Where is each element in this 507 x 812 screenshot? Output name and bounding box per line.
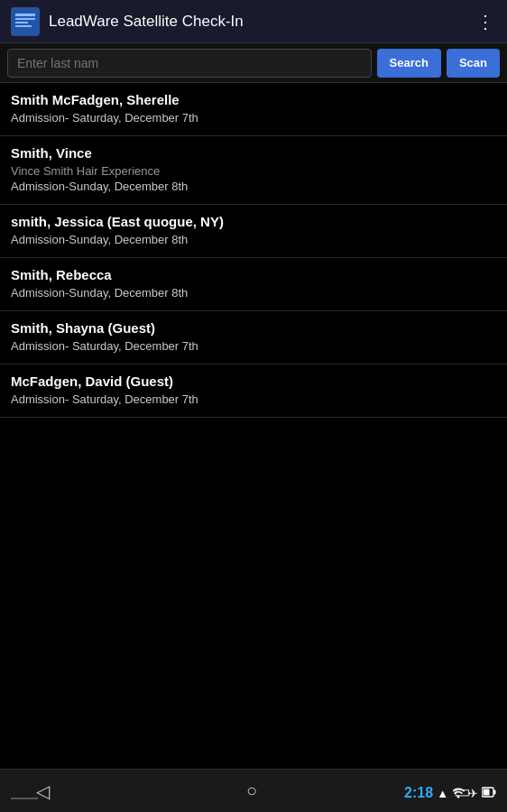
signal-icon: ▲ <box>437 787 448 800</box>
battery-dash <box>11 798 38 799</box>
bottom-nav: ◁ ○ ▭ 2:18 ▲ ✈ <box>0 769 507 812</box>
title-bar: LeadWare Satellite Check-In ⋮ <box>0 0 507 43</box>
search-button[interactable]: Search <box>377 49 441 78</box>
menu-icon[interactable]: ⋮ <box>476 11 496 32</box>
back-button[interactable]: ◁ <box>36 780 50 802</box>
results-list: Smith McFadgen, SherelleAdmission- Satur… <box>0 83 507 769</box>
airplane-icon: ✈ <box>468 787 478 800</box>
item-name: Smith McFadgen, Sherelle <box>11 92 496 107</box>
svg-rect-4 <box>15 25 32 27</box>
item-admission: Admission-Sunday, December 8th <box>11 233 496 246</box>
item-admission: Admission-Sunday, December 8th <box>11 180 496 193</box>
search-bar: Search Scan <box>0 43 507 83</box>
list-item[interactable]: McFadgen, David (Guest)Admission- Saturd… <box>0 364 507 418</box>
status-time: 2:18 <box>404 785 433 801</box>
svg-rect-6 <box>494 789 496 794</box>
list-item[interactable]: smith, Jessica (East quogue, NY)Admissio… <box>0 205 507 258</box>
svg-rect-3 <box>15 22 28 23</box>
item-name: smith, Jessica (East quogue, NY) <box>11 214 496 229</box>
battery-icon <box>482 786 496 801</box>
scan-button[interactable]: Scan <box>447 49 500 78</box>
item-sub: Vince Smith Hair Experience <box>11 164 496 178</box>
list-item[interactable]: Smith, Shayna (Guest)Admission- Saturday… <box>0 311 507 364</box>
item-admission: Admission- Saturday, December 7th <box>11 392 496 406</box>
item-admission: Admission- Saturday, December 7th <box>11 111 496 125</box>
item-name: McFadgen, David (Guest) <box>11 374 496 389</box>
app-title: LeadWare Satellite Check-In <box>49 13 476 31</box>
app-icon <box>11 7 40 36</box>
item-admission: Admission-Sunday, December 8th <box>11 286 496 300</box>
list-item[interactable]: Smith McFadgen, SherelleAdmission- Satur… <box>0 83 507 136</box>
svg-rect-7 <box>484 789 490 795</box>
svg-rect-1 <box>15 14 35 16</box>
item-name: Smith, Shayna (Guest) <box>11 320 496 336</box>
list-item[interactable]: Smith, VinceVince Smith Hair ExperienceA… <box>0 136 507 205</box>
list-item[interactable]: Smith, RebeccaAdmission-Sunday, December… <box>0 258 507 311</box>
item-name: Smith, Rebecca <box>11 267 496 282</box>
svg-rect-2 <box>15 18 35 20</box>
wifi-icon <box>452 786 465 801</box>
home-button[interactable]: ○ <box>246 780 257 801</box>
search-input[interactable] <box>7 49 372 78</box>
item-name: Smith, Vince <box>11 145 496 161</box>
item-admission: Admission- Saturday, December 7th <box>11 339 496 353</box>
status-icons: ▲ ✈ <box>437 786 496 801</box>
status-bar: 2:18 ▲ ✈ <box>404 785 496 801</box>
